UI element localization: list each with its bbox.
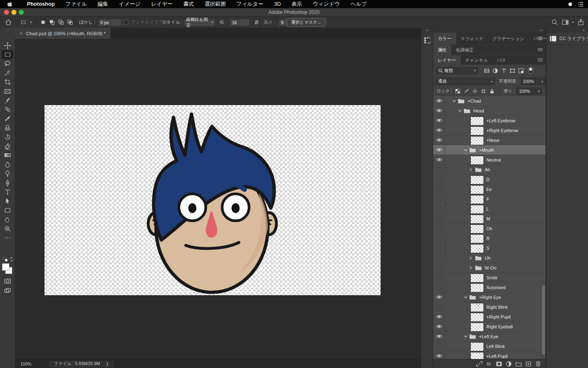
layer-row-l[interactable]: L [433, 204, 546, 214]
layer-row-head[interactable]: Head [433, 106, 546, 116]
home-button[interactable] [5, 17, 12, 28]
properties-tab[interactable]: 属性 [433, 45, 451, 55]
zoom-level-field[interactable]: 100% [20, 361, 38, 366]
fill-field[interactable]: 100% ▾ [517, 88, 542, 95]
subtract-selection-mode-button[interactable] [56, 17, 65, 28]
style-dropdown[interactable]: 縦横比を固定 ▾ [184, 17, 216, 28]
layer-row-m[interactable]: M [433, 214, 546, 224]
zoom-tool[interactable] [0, 224, 15, 233]
layer-thumbnail[interactable] [470, 244, 484, 253]
layer-row--chad[interactable]: +Chad [433, 96, 546, 106]
cc-library-tab[interactable]: CC ライブラリ [546, 33, 588, 45]
filter-toggle-switch[interactable] [528, 67, 533, 74]
caret-right-icon[interactable] [470, 168, 472, 171]
rectangular-marquee-tool[interactable] [0, 50, 15, 59]
edit-toolbar-tool[interactable] [0, 233, 15, 242]
lock-position-icon[interactable] [472, 89, 477, 94]
properties-tab[interactable]: 色調補正 [451, 45, 478, 55]
share-button[interactable] [577, 17, 584, 28]
layer-thumbnail[interactable] [470, 156, 484, 165]
pen-tool[interactable] [0, 178, 15, 187]
menu-item-3[interactable]: イメージ [114, 0, 146, 8]
lasso-tool[interactable] [0, 59, 15, 68]
pasteboard[interactable] [15, 39, 421, 360]
crop-tool[interactable] [0, 78, 15, 87]
document-tab[interactable]: × Chad.psd @ 100% (+Mouth, RGB/8) * [15, 28, 111, 39]
collapse-strip-button[interactable]: « [421, 28, 433, 33]
object-selection-tool[interactable] [0, 68, 15, 77]
visibility-eye-icon[interactable] [433, 126, 445, 135]
link-icon[interactable] [476, 361, 483, 367]
gradient-tool[interactable] [0, 151, 15, 160]
layer-row-w-oo[interactable]: W-Oo [433, 263, 546, 273]
lock-artboard-icon[interactable] [481, 89, 486, 94]
layer-row--right-eye[interactable]: +Right Eye [433, 292, 546, 302]
history-panel-icon[interactable] [424, 37, 430, 44]
layer-row--right-eyebrow[interactable]: +Right Eyebrow [433, 126, 546, 135]
color-tab[interactable]: グラデーション [488, 33, 529, 44]
layer-row-oh[interactable]: Oh [433, 224, 546, 233]
hand-tool[interactable] [0, 215, 15, 224]
layers-tab[interactable]: レイヤー [433, 56, 461, 65]
visibility-toggle-empty[interactable] [433, 273, 445, 282]
caret-right-icon[interactable] [470, 256, 472, 260]
filter-shape-icon[interactable] [510, 68, 515, 74]
visibility-toggle-empty[interactable] [433, 204, 445, 213]
layer-row--left-eye[interactable]: +Left Eye [433, 332, 546, 341]
dodge-tool[interactable] [0, 169, 15, 178]
menu-item-11[interactable]: ヘルプ [345, 0, 372, 8]
frame-tool[interactable] [0, 87, 15, 96]
visibility-toggle-empty[interactable] [433, 341, 445, 351]
layer-thumbnail[interactable] [470, 274, 484, 283]
layer-thumbnail[interactable] [470, 185, 484, 194]
antialias-checkbox[interactable]: アンチエイリアス [123, 17, 168, 28]
menu-item-2[interactable]: 編集 [92, 0, 114, 8]
search-button[interactable] [551, 17, 558, 28]
layer-row-d[interactable]: D [433, 175, 546, 184]
layer-row--left-pupil[interactable]: +Left Pupil [433, 351, 546, 359]
eyedropper-tool[interactable] [0, 96, 15, 105]
visibility-eye-icon[interactable] [433, 96, 445, 105]
default-colors-icon[interactable] [3, 257, 8, 262]
opacity-field[interactable]: 100% ▾ [521, 78, 546, 85]
caret-down-icon[interactable] [458, 110, 462, 112]
swap-dimensions-button[interactable] [253, 17, 260, 28]
menu-item-1[interactable]: ファイル [60, 0, 92, 8]
layer-thumbnail[interactable] [470, 175, 484, 184]
layers-scrollbar[interactable] [542, 285, 545, 355]
layer-thumbnail[interactable] [470, 283, 484, 292]
layer-row-f[interactable]: F [433, 194, 546, 204]
menu-item-4[interactable]: レイヤー [146, 0, 178, 8]
layer-row-surprised[interactable]: Surprised [433, 283, 546, 292]
layer-thumbnail[interactable] [470, 313, 484, 322]
filter-adjust-icon[interactable] [492, 68, 498, 74]
visibility-toggle-empty[interactable] [433, 175, 445, 184]
visibility-toggle-empty[interactable] [433, 194, 445, 204]
new-selection-mode-button[interactable] [38, 17, 47, 28]
visibility-toggle-empty[interactable] [433, 184, 445, 194]
group-icon[interactable] [515, 361, 522, 367]
spot-healing-tool[interactable] [0, 105, 15, 114]
visibility-eye-icon[interactable] [433, 106, 445, 115]
layer-row-s[interactable]: S [433, 243, 546, 253]
panel-menu-icon[interactable] [537, 36, 543, 40]
layer-thumbnail[interactable] [470, 224, 484, 233]
visibility-eye-icon[interactable] [433, 155, 445, 164]
filter-type-icon[interactable] [501, 68, 507, 74]
select-and-mask-button[interactable]: 選択とマスク... [287, 18, 325, 27]
layer-row--mouth[interactable]: +Mouth [433, 145, 546, 155]
color-tab[interactable]: スウォッチ [456, 33, 488, 44]
collapse-cc-button[interactable]: « [546, 28, 588, 33]
visibility-toggle-empty[interactable] [433, 243, 445, 253]
layer-thumbnail[interactable] [470, 117, 484, 126]
visibility-toggle-empty[interactable] [433, 253, 445, 263]
layer-thumbnail[interactable] [470, 234, 484, 243]
foreground-color-swatch[interactable] [2, 263, 9, 271]
visibility-toggle-empty[interactable] [433, 263, 445, 272]
layer-row-neutral[interactable]: Neutral [433, 155, 546, 165]
feather-input[interactable]: 0 px [98, 19, 122, 26]
blend-mode-dropdown[interactable]: 通過 ▾ [436, 78, 495, 85]
menubar-record-dot-icon[interactable] [568, 2, 572, 6]
layers-tab[interactable]: チャンネル [461, 56, 492, 65]
canvas[interactable] [45, 105, 381, 295]
